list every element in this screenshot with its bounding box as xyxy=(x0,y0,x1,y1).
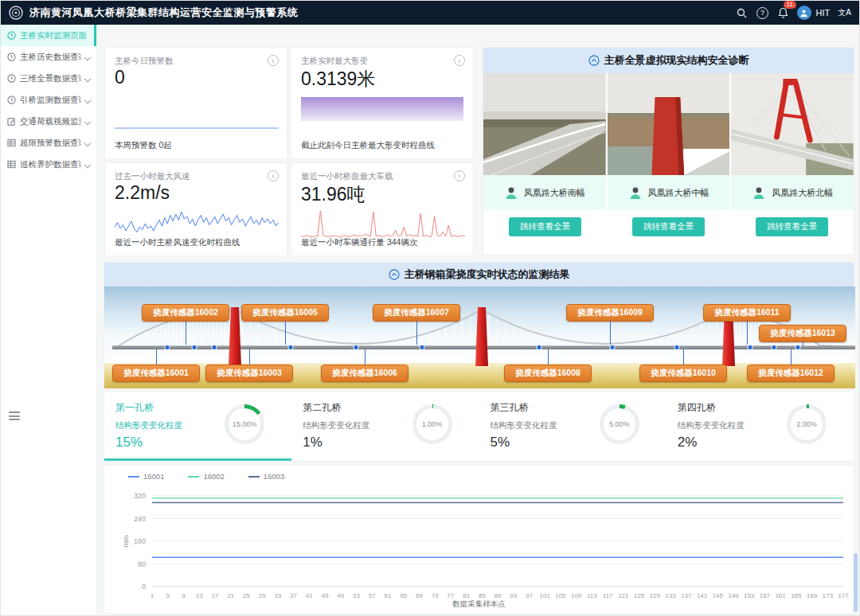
card-footer: 最近一小时车辆通行量 344辆次 xyxy=(301,237,417,248)
clock-icon xyxy=(7,96,16,104)
svg-text:13: 13 xyxy=(196,592,203,599)
sidebar-item-label: 主桥实时监测页面 xyxy=(20,30,87,41)
svg-text:85: 85 xyxy=(479,592,486,599)
page-scrollbar[interactable] xyxy=(854,553,858,612)
svg-text:77: 77 xyxy=(447,592,454,599)
info-icon[interactable]: i xyxy=(454,170,465,181)
sidebar-item-traffic-video[interactable]: 交通荷载视频监测 xyxy=(1,111,96,132)
wind-sparkline xyxy=(115,208,279,240)
clock-icon xyxy=(7,53,16,61)
legend-item-16001[interactable]: 16001 xyxy=(128,472,164,481)
svg-text:mm: mm xyxy=(122,536,130,548)
info-icon[interactable]: i xyxy=(268,170,279,181)
span-gauge: 1.00% xyxy=(412,404,452,444)
deflection-chart-card: 16001 16002 16003 080160240320mm15913172… xyxy=(104,465,854,614)
circle-chevron-icon xyxy=(588,55,600,66)
info-icon[interactable]: i xyxy=(268,55,279,66)
sensor-tag: 挠度传感器16002 xyxy=(142,304,229,322)
view-panorama-button-middle[interactable]: 跳转查看全景 xyxy=(632,217,705,236)
notifications-bell-icon[interactable]: 11 xyxy=(773,2,794,23)
user-avatar[interactable] xyxy=(797,6,811,20)
sidebar-item-history-data[interactable]: 主桥历史数据查询 xyxy=(1,46,96,68)
view-panorama-button-north[interactable]: 跳转查看全景 xyxy=(756,217,828,236)
info-icon[interactable]: i xyxy=(454,55,465,66)
clock-icon xyxy=(7,31,16,40)
notification-badge: 11 xyxy=(784,1,796,9)
span-percent: 15% xyxy=(115,435,291,450)
vr-panel-header: 主桥全景虚拟现实结构安全诊断 xyxy=(483,48,854,73)
circle-chevron-icon xyxy=(389,269,400,280)
span-name: 第四孔桥 xyxy=(678,401,854,415)
svg-text:93: 93 xyxy=(510,592,517,599)
inspector-avatar-icon xyxy=(628,185,643,200)
card-title: 主桥今日预警数 xyxy=(115,56,174,67)
svg-text:137: 137 xyxy=(681,592,692,599)
svg-text:0: 0 xyxy=(142,583,146,591)
sensor-tag: 挠度传感器16009 xyxy=(566,304,654,322)
translate-icon[interactable]: 文A xyxy=(838,7,851,18)
search-icon[interactable] xyxy=(732,2,752,23)
span-tab-3[interactable]: 第三孔桥 结构形变变化程度 5% 5.00% xyxy=(479,392,666,461)
edit-square-icon xyxy=(7,117,16,126)
x-axis-label: 数据采集样本点 xyxy=(104,599,854,610)
svg-text:160: 160 xyxy=(134,537,146,545)
camera-photo-south xyxy=(483,73,606,175)
card-value: 2.2m/s xyxy=(115,182,170,204)
span-name: 第三孔桥 xyxy=(491,401,666,415)
svg-text:113: 113 xyxy=(587,592,597,599)
svg-text:41: 41 xyxy=(306,592,313,599)
app-header: 济南黄河凤凰大桥桥梁集群结构运营安全监测与预警系统 ? 11 HIT 文A xyxy=(1,1,860,25)
svg-text:97: 97 xyxy=(526,592,533,599)
sidebar-item-overlimit-warning[interactable]: 超限预警数据查询 xyxy=(1,132,96,154)
main-content: 主桥今日预警数 i 0 本周预警数 0起 主桥实时最大形变 i 0.3139米 … xyxy=(96,25,860,616)
span-percent: 1% xyxy=(303,435,479,450)
span-tab-4[interactable]: 第四孔桥 结构形变变化程度 2% 2.00% xyxy=(666,392,854,461)
legend-item-16002[interactable]: 16002 xyxy=(188,472,224,481)
svg-text:61: 61 xyxy=(384,592,391,599)
span-tab-2[interactable]: 第二孔桥 结构形变变化程度 1% 1.00% xyxy=(291,392,479,461)
span-metric-label: 结构形变变化程度 xyxy=(491,420,666,431)
inspector-avatar-icon xyxy=(752,185,766,200)
sidebar-collapse-icon[interactable] xyxy=(9,411,20,420)
sidebar-item-label: 超限预警数据查询 xyxy=(20,138,81,149)
svg-text:81: 81 xyxy=(463,592,470,599)
sensor-tag: 挠度传感器16013 xyxy=(759,325,846,342)
sensor-tag: 挠度传感器16010 xyxy=(639,365,727,382)
chevron-down-icon xyxy=(84,75,91,81)
sidebar-item-3d-panorama[interactable]: 三维全景数据查询 xyxy=(1,68,96,89)
sensor-tag: 挠度传感器16011 xyxy=(703,304,791,322)
svg-text:101: 101 xyxy=(540,592,551,599)
svg-text:49: 49 xyxy=(337,592,344,599)
sensor-tag: 挠度传感器16005 xyxy=(241,304,329,322)
username-label: HIT xyxy=(816,8,831,18)
svg-text:21: 21 xyxy=(227,592,234,599)
span-gauges-row: 第一孔桥 结构形变变化程度 15% 15.00% 第二孔桥 结构形变变化程度 1… xyxy=(104,391,854,462)
sensor-tag: 挠度传感器16003 xyxy=(205,365,293,382)
sensor-tag: 挠度传感器16006 xyxy=(321,365,408,382)
vr-panel-title: 主桥全景虚拟现实结构安全诊断 xyxy=(604,53,749,68)
span-tab-1[interactable]: 第一孔桥 结构形变变化程度 15% 15.00% xyxy=(104,392,291,461)
svg-text:240: 240 xyxy=(134,515,146,523)
sidebar-item-inspection-maintenance[interactable]: 巡检养护数据查询 xyxy=(1,154,96,175)
svg-text:157: 157 xyxy=(760,592,771,599)
svg-text:149: 149 xyxy=(728,592,739,599)
camera-name-label: 凤凰路大桥中幅 xyxy=(648,187,710,199)
sidebar-item-realtime-monitor[interactable]: 主桥实时监测页面 xyxy=(1,25,96,46)
view-panorama-button-south[interactable]: 跳转查看全景 xyxy=(509,217,581,236)
svg-text:169: 169 xyxy=(807,592,818,599)
svg-text:17: 17 xyxy=(211,592,218,599)
app-logo-icon xyxy=(9,6,23,20)
svg-text:117: 117 xyxy=(603,592,613,599)
card-warnings-today: 主桥今日预警数 i 0 本周预警数 0起 xyxy=(104,47,287,159)
card-value: 31.96吨 xyxy=(301,182,366,207)
legend-item-16003[interactable]: 16003 xyxy=(248,472,284,481)
svg-text:45: 45 xyxy=(322,592,329,599)
sidebar-item-approach-bridge[interactable]: 引桥监测数据查询 xyxy=(1,89,96,111)
app-title: 济南黄河凤凰大桥桥梁集群结构运营安全监测与预警系统 xyxy=(29,6,299,20)
help-icon[interactable]: ? xyxy=(752,2,773,23)
card-title: 最近一小时桥面最大车载 xyxy=(301,171,393,182)
svg-text:121: 121 xyxy=(618,592,629,599)
span-gauge: 15.00% xyxy=(225,404,264,444)
table-icon xyxy=(7,160,16,169)
sidebar: 主桥实时监测页面 主桥历史数据查询 三维全景数据查询 引桥监测数据查询 交通荷载… xyxy=(1,25,97,615)
